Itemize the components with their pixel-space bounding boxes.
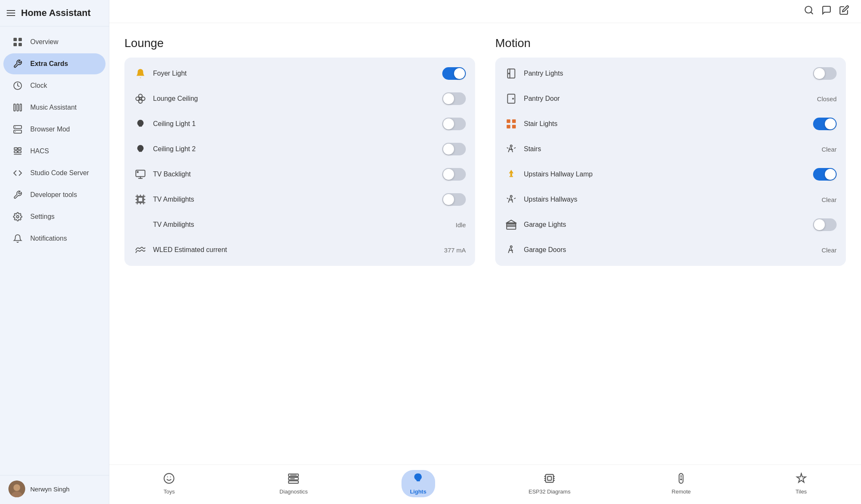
garage-doors-row: Garage Doors Clear — [495, 237, 846, 262]
lounge-card: Foyer Light Lounge Ceiling — [124, 58, 475, 266]
pantry-icon — [504, 67, 518, 80]
tv-ambilights-status-value: Idle — [456, 221, 466, 228]
sidebar-item-notifications-label: Notifications — [30, 235, 67, 242]
pantry-door-label: Pantry Door — [524, 95, 811, 102]
wled-label: WLED Estimated current — [153, 246, 438, 254]
svg-point-19 — [13, 484, 20, 491]
lounge-ceiling-label: Lounge Ceiling — [153, 95, 436, 102]
tab-tiles[interactable]: Tiles — [784, 470, 818, 497]
svg-rect-14 — [18, 148, 21, 150]
svg-rect-49 — [507, 125, 510, 129]
hamburger-icon[interactable] — [7, 10, 15, 16]
sidebar-item-music-assistant[interactable]: Music Assistant — [3, 97, 106, 118]
sidebar-item-settings[interactable]: Settings — [3, 206, 106, 227]
ceiling-light-1-toggle[interactable] — [442, 118, 466, 130]
pantry-lights-toggle[interactable] — [813, 67, 837, 80]
stair-lights-toggle[interactable] — [813, 118, 837, 130]
motion-section: Motion Pantry Lights — [495, 37, 846, 266]
sidebar-item-browser-mod-label: Browser Mod — [30, 126, 70, 133]
tv-backlight-row: TV Backlight — [124, 162, 475, 187]
garage-doors-label: Garage Doors — [524, 246, 816, 254]
svg-rect-62 — [289, 481, 298, 483]
tab-lights-label: Lights — [410, 488, 426, 495]
hallway-lamp-toggle[interactable] — [813, 168, 837, 181]
chat-icon[interactable] — [821, 5, 832, 18]
svg-rect-0 — [13, 38, 17, 41]
search-icon[interactable] — [804, 5, 814, 18]
tab-remote-label: Remote — [672, 488, 691, 495]
sidebar-item-developer-tools[interactable]: Developer tools — [3, 184, 106, 205]
edit-icon[interactable] — [839, 5, 849, 18]
sidebar-item-browser-mod[interactable]: Browser Mod — [3, 119, 106, 140]
foyer-light-toggle[interactable] — [442, 67, 466, 80]
svg-rect-52 — [510, 173, 512, 176]
svg-rect-1 — [18, 38, 22, 41]
svg-rect-7 — [20, 104, 22, 111]
foyer-light-row: Foyer Light — [124, 61, 475, 86]
sidebar-item-clock[interactable]: Clock — [3, 75, 106, 96]
svg-rect-65 — [546, 475, 554, 483]
ceiling-light-1-row: Ceiling Light 1 — [124, 111, 475, 136]
music-icon — [12, 103, 24, 112]
motion-card: Pantry Lights Pantry Door Closed — [495, 58, 846, 266]
garage-doors-value: Clear — [821, 247, 837, 254]
door-icon — [504, 92, 518, 105]
upstairs-hallways-value: Clear — [821, 196, 837, 203]
avatar[interactable] — [8, 480, 25, 497]
ceiling-light-2-row: Ceiling Light 2 — [124, 136, 475, 162]
upstairs-hallways-label: Upstairs Hallways — [524, 196, 816, 203]
tv-backlight-label: TV Backlight — [153, 171, 436, 178]
tab-esp32[interactable]: ESP32 Diagrams — [521, 470, 578, 497]
svg-rect-50 — [512, 125, 516, 129]
tv-ambilights-toggle[interactable] — [442, 193, 466, 206]
main-content: Lounge Foyer Light — [109, 0, 861, 504]
sidebar-item-hacs-label: HACS — [30, 147, 49, 155]
sidebar-item-studio-code[interactable]: Studio Code Server — [3, 163, 106, 184]
svg-point-54 — [510, 195, 512, 197]
tab-diagnostics-label: Diagnostics — [280, 488, 308, 495]
tab-diagnostics[interactable]: Diagnostics — [272, 470, 315, 497]
svg-point-57 — [164, 473, 174, 483]
stairs-label: Stairs — [524, 145, 816, 153]
motion-icon-2 — [504, 193, 518, 206]
wrench-icon — [12, 190, 24, 200]
pantry-door-row: Pantry Door Closed — [495, 86, 846, 111]
svg-point-56 — [510, 246, 512, 247]
sidebar-item-settings-label: Settings — [30, 213, 55, 220]
sidebar-item-hacs[interactable]: HACS — [3, 141, 106, 162]
pantry-lights-row: Pantry Lights — [495, 61, 846, 86]
svg-rect-24 — [136, 170, 145, 176]
lounge-ceiling-toggle[interactable] — [442, 92, 466, 105]
tv-backlight-toggle[interactable] — [442, 168, 466, 181]
svg-rect-3 — [18, 43, 22, 46]
sidebar-item-overview[interactable]: Overview — [3, 32, 106, 52]
svg-line-22 — [811, 12, 813, 14]
tools-icon — [12, 59, 24, 68]
garage-lights-label: Garage Lights — [524, 221, 807, 228]
hallway-lamp-label: Upstairs Hallway Lamp — [524, 171, 807, 178]
ceiling-light-2-toggle[interactable] — [442, 143, 466, 155]
tab-toys[interactable]: Toys — [152, 470, 186, 497]
svg-rect-53 — [510, 176, 513, 177]
sidebar-item-clock-label: Clock — [30, 82, 47, 89]
svg-rect-15 — [18, 151, 21, 153]
svg-point-44 — [509, 73, 510, 74]
wave-icon — [134, 243, 147, 257]
tab-lights[interactable]: Lights — [401, 470, 435, 497]
svg-point-17 — [16, 215, 19, 218]
sidebar-item-extra-cards[interactable]: Extra Cards — [3, 53, 106, 74]
motion-icon-1 — [504, 142, 518, 156]
tv-ambilights-status-label: TV Ambilights — [153, 221, 450, 228]
garage-lights-toggle[interactable] — [813, 218, 837, 231]
svg-point-75 — [681, 479, 681, 480]
svg-rect-48 — [512, 119, 516, 123]
sidebar-header: Home Assistant — [0, 0, 109, 26]
sidebar-item-studio-code-label: Studio Code Server — [30, 169, 89, 177]
svg-rect-29 — [138, 197, 143, 202]
svg-rect-5 — [14, 104, 16, 111]
bell-nav-icon — [12, 234, 24, 243]
lamp-icon — [504, 168, 518, 181]
sidebar-item-notifications[interactable]: Notifications — [3, 228, 106, 249]
bell-icon — [134, 67, 147, 80]
tab-remote[interactable]: Remote — [664, 470, 699, 497]
